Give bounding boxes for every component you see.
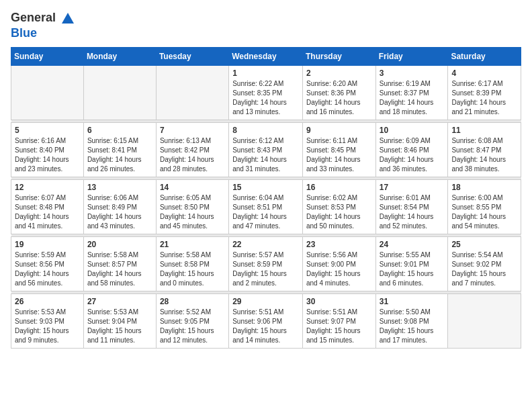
- calendar-day-cell: 23 Sunrise: 5:56 AM Sunset: 9:00 PM Dayl…: [302, 236, 375, 291]
- day-number: 22: [232, 240, 299, 249]
- sunrise-text: Sunrise: 6:07 AM: [15, 194, 66, 201]
- day-info: Sunrise: 5:58 AM Sunset: 8:57 PM Dayligh…: [87, 250, 152, 288]
- sunrise-text: Sunrise: 6:02 AM: [306, 194, 357, 201]
- sunset-text: Sunset: 8:47 PM: [451, 146, 501, 154]
- sunrise-text: Sunrise: 5:58 AM: [87, 251, 138, 259]
- day-of-week-header: Monday: [83, 47, 156, 65]
- day-number: 25: [451, 240, 517, 249]
- day-of-week-header: Sunday: [11, 47, 84, 65]
- sunrise-text: Sunrise: 5:52 AM: [160, 308, 211, 316]
- day-number: 15: [232, 183, 299, 192]
- calendar-day-cell: 12 Sunrise: 6:07 AM Sunset: 8:48 PM Dayl…: [11, 179, 84, 234]
- sunrise-text: Sunrise: 5:51 AM: [232, 308, 283, 316]
- sunrise-text: Sunrise: 6:12 AM: [232, 137, 283, 144]
- daylight-text: Daylight: 15 hours and 14 minutes.: [232, 327, 287, 344]
- daylight-text: Daylight: 14 hours and 21 minutes.: [451, 99, 506, 116]
- daylight-text: Daylight: 15 hours and 0 minutes.: [160, 270, 214, 287]
- sunrise-text: Sunrise: 6:19 AM: [380, 80, 431, 87]
- day-number: 14: [160, 183, 225, 192]
- calendar-week-row: 12 Sunrise: 6:07 AM Sunset: 8:48 PM Dayl…: [11, 179, 521, 234]
- daylight-text: Daylight: 14 hours and 54 minutes.: [451, 213, 506, 230]
- daylight-text: Daylight: 14 hours and 26 minutes.: [87, 156, 142, 173]
- day-of-week-header: Thursday: [302, 47, 375, 65]
- sunrise-text: Sunrise: 5:55 AM: [380, 251, 431, 259]
- sunrise-text: Sunrise: 6:11 AM: [306, 137, 357, 144]
- sunset-text: Sunset: 9:07 PM: [306, 318, 356, 325]
- daylight-text: Daylight: 14 hours and 28 minutes.: [160, 156, 214, 173]
- calendar-week-row: 19 Sunrise: 5:59 AM Sunset: 8:56 PM Dayl…: [11, 236, 521, 291]
- sunrise-text: Sunrise: 5:59 AM: [15, 251, 66, 259]
- sunset-text: Sunset: 8:36 PM: [306, 89, 356, 97]
- daylight-text: Daylight: 14 hours and 23 minutes.: [15, 156, 69, 173]
- sunrise-text: Sunrise: 6:08 AM: [451, 137, 502, 144]
- logo: General Blue: [11, 11, 75, 40]
- day-info: Sunrise: 5:56 AM Sunset: 9:00 PM Dayligh…: [306, 250, 372, 288]
- daylight-text: Daylight: 14 hours and 56 minutes.: [15, 270, 69, 287]
- day-number: 17: [380, 183, 445, 192]
- sunset-text: Sunset: 9:00 PM: [306, 261, 356, 268]
- day-info: Sunrise: 6:20 AM Sunset: 8:36 PM Dayligh…: [306, 79, 372, 117]
- sunset-text: Sunset: 9:01 PM: [380, 261, 429, 268]
- day-of-week-header: Tuesday: [156, 47, 228, 65]
- day-info: Sunrise: 6:05 AM Sunset: 8:50 PM Dayligh…: [160, 193, 225, 231]
- daylight-text: Daylight: 15 hours and 9 minutes.: [15, 327, 69, 344]
- sunrise-text: Sunrise: 6:09 AM: [380, 137, 431, 144]
- calendar-day-cell: 15 Sunrise: 6:04 AM Sunset: 8:51 PM Dayl…: [229, 179, 303, 234]
- day-number: 24: [380, 240, 445, 249]
- calendar-header-row: SundayMondayTuesdayWednesdayThursdayFrid…: [11, 47, 521, 65]
- daylight-text: Daylight: 15 hours and 2 minutes.: [232, 270, 287, 287]
- daylight-text: Daylight: 14 hours and 36 minutes.: [380, 156, 434, 173]
- daylight-text: Daylight: 15 hours and 17 minutes.: [380, 327, 434, 344]
- sunset-text: Sunset: 8:57 PM: [87, 261, 137, 268]
- daylight-text: Daylight: 14 hours and 13 minutes.: [232, 99, 287, 116]
- calendar-day-cell: 5 Sunrise: 6:16 AM Sunset: 8:40 PM Dayli…: [11, 122, 84, 177]
- sunrise-text: Sunrise: 5:53 AM: [87, 308, 138, 316]
- day-info: Sunrise: 5:59 AM Sunset: 8:56 PM Dayligh…: [15, 250, 80, 288]
- sunset-text: Sunset: 8:48 PM: [15, 203, 64, 211]
- sunset-text: Sunset: 8:58 PM: [160, 261, 210, 268]
- day-of-week-header: Saturday: [448, 47, 521, 65]
- day-number: 6: [87, 126, 152, 135]
- day-number: 23: [306, 240, 372, 249]
- day-info: Sunrise: 6:22 AM Sunset: 8:35 PM Dayligh…: [232, 79, 299, 117]
- day-info: Sunrise: 6:06 AM Sunset: 8:49 PM Dayligh…: [87, 193, 152, 231]
- sunset-text: Sunset: 8:50 PM: [160, 203, 210, 211]
- day-number: 7: [160, 126, 225, 135]
- calendar-day-cell: 7 Sunrise: 6:13 AM Sunset: 8:42 PM Dayli…: [156, 122, 228, 177]
- daylight-text: Daylight: 14 hours and 41 minutes.: [15, 213, 69, 230]
- calendar-day-cell: 16 Sunrise: 6:02 AM Sunset: 8:53 PM Dayl…: [302, 179, 375, 234]
- calendar-day-cell: 27 Sunrise: 5:53 AM Sunset: 9:04 PM Dayl…: [83, 293, 156, 348]
- calendar-day-cell: 19 Sunrise: 5:59 AM Sunset: 8:56 PM Dayl…: [11, 236, 84, 291]
- calendar-day-cell: 30 Sunrise: 5:51 AM Sunset: 9:07 PM Dayl…: [302, 293, 375, 348]
- daylight-text: Daylight: 15 hours and 6 minutes.: [380, 270, 434, 287]
- sunrise-text: Sunrise: 6:16 AM: [15, 137, 66, 144]
- sunrise-text: Sunrise: 6:20 AM: [306, 80, 357, 87]
- calendar-day-cell: 28 Sunrise: 5:52 AM Sunset: 9:05 PM Dayl…: [156, 293, 228, 348]
- sunrise-text: Sunrise: 6:22 AM: [232, 80, 283, 87]
- day-number: 3: [380, 68, 445, 78]
- day-info: Sunrise: 5:50 AM Sunset: 9:08 PM Dayligh…: [380, 308, 445, 345]
- page-header: General Blue: [11, 11, 521, 40]
- sunset-text: Sunset: 8:41 PM: [87, 146, 137, 154]
- calendar-day-cell: [156, 65, 228, 120]
- day-info: Sunrise: 6:07 AM Sunset: 8:48 PM Dayligh…: [15, 193, 80, 231]
- day-info: Sunrise: 5:57 AM Sunset: 8:59 PM Dayligh…: [232, 250, 299, 288]
- sunrise-text: Sunrise: 6:01 AM: [380, 194, 431, 201]
- calendar-day-cell: 26 Sunrise: 5:53 AM Sunset: 9:03 PM Dayl…: [11, 293, 84, 348]
- sunset-text: Sunset: 8:43 PM: [232, 146, 282, 154]
- sunrise-text: Sunrise: 6:15 AM: [87, 137, 138, 144]
- sunset-text: Sunset: 9:06 PM: [232, 318, 282, 325]
- daylight-text: Daylight: 15 hours and 11 minutes.: [87, 327, 142, 344]
- svg-marker-0: [62, 13, 74, 24]
- daylight-text: Daylight: 14 hours and 50 minutes.: [306, 213, 361, 230]
- calendar-day-cell: 25 Sunrise: 5:54 AM Sunset: 9:02 PM Dayl…: [448, 236, 521, 291]
- daylight-text: Daylight: 15 hours and 7 minutes.: [451, 270, 506, 287]
- daylight-text: Daylight: 14 hours and 43 minutes.: [87, 213, 142, 230]
- day-number: 13: [87, 183, 152, 192]
- calendar-day-cell: 29 Sunrise: 5:51 AM Sunset: 9:06 PM Dayl…: [229, 293, 303, 348]
- calendar-day-cell: 18 Sunrise: 6:00 AM Sunset: 8:55 PM Dayl…: [448, 179, 521, 234]
- calendar-table: SundayMondayTuesdayWednesdayThursdayFrid…: [11, 47, 521, 349]
- sunset-text: Sunset: 8:56 PM: [15, 261, 64, 268]
- day-number: 18: [451, 183, 517, 192]
- day-info: Sunrise: 6:08 AM Sunset: 8:47 PM Dayligh…: [451, 136, 517, 174]
